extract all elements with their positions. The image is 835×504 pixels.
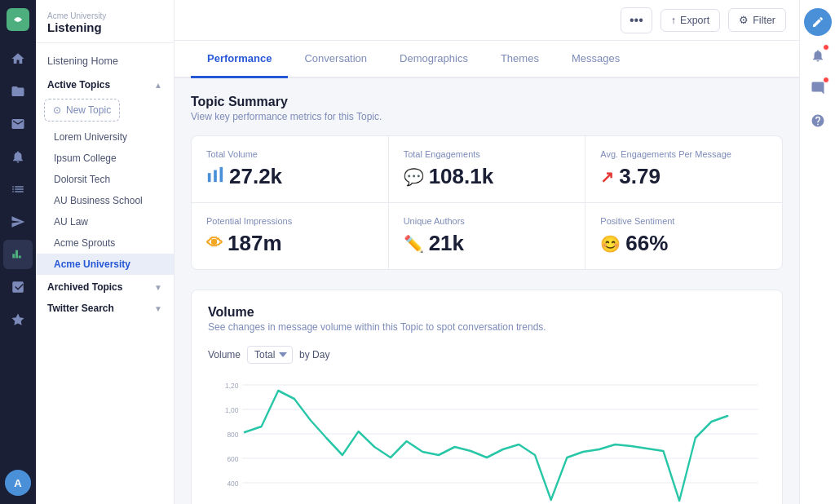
right-panel: [799, 0, 835, 504]
eye-icon: 👁: [206, 234, 223, 253]
comments-button[interactable]: [805, 75, 831, 101]
pencil-icon: ✏️: [404, 234, 424, 254]
metric-value-engagements: 💬 108.1k: [404, 164, 571, 189]
volume-label: Volume: [208, 349, 241, 360]
smile-icon: 😊: [600, 234, 621, 254]
nav-folder-icon[interactable]: [3, 77, 33, 106]
sidebar-item-acme-university[interactable]: Acme University: [36, 254, 174, 275]
topic-summary-subtitle: View key performance metrics for this To…: [191, 111, 783, 122]
tab-conversation[interactable]: Conversation: [288, 41, 383, 78]
comments-badge: [823, 77, 829, 83]
rail-bottom: A: [5, 470, 31, 504]
svg-text:400: 400: [227, 480, 238, 488]
metric-potential-impressions: Potential Impressions 👁 187m: [192, 203, 388, 269]
filter-button[interactable]: ⚙ Filter: [728, 8, 786, 32]
metrics-grid: Total Volume 27.2k Total Engagements 💬 1…: [191, 135, 783, 270]
metric-label-sentiment: Positive Sentiment: [600, 216, 767, 226]
volume-section: Volume See changes in message volume wit…: [191, 290, 783, 504]
nav-list-icon[interactable]: [3, 175, 33, 204]
tab-performance[interactable]: Performance: [191, 41, 288, 78]
notification-badge: [823, 44, 829, 51]
svg-text:800: 800: [227, 431, 238, 439]
metric-value-impressions: 👁 187m: [206, 231, 373, 256]
sidebar-title: Listening: [47, 20, 162, 34]
bubble-icon: 💬: [404, 167, 424, 187]
volume-select[interactable]: Total: [247, 346, 293, 364]
main-content: ••• ↑ Export ⚙ Filter Performance Conver…: [175, 0, 799, 504]
active-topics-chevron: ▲: [154, 81, 162, 90]
topics-list: Lorem University Ipsum College Dolorsit …: [36, 126, 174, 275]
nav-chart-icon[interactable]: [3, 272, 33, 302]
metric-label-total-volume: Total Volume: [206, 149, 373, 159]
nav-bell-icon[interactable]: [3, 142, 33, 171]
tab-demographics[interactable]: Demographics: [383, 41, 484, 78]
svg-text:1,20: 1,20: [225, 382, 239, 390]
metric-unique-authors: Unique Authors ✏️ 21k: [389, 203, 585, 269]
metric-value-total-volume: 27.2k: [206, 164, 373, 189]
tab-themes[interactable]: Themes: [484, 41, 555, 78]
active-topics-header[interactable]: Active Topics ▲: [36, 73, 174, 94]
archived-topics-chevron: ▼: [154, 283, 162, 292]
metric-label-engagements: Total Engagements: [404, 149, 571, 159]
metric-total-volume: Total Volume 27.2k: [192, 136, 388, 202]
volume-header: Volume See changes in message volume wit…: [208, 305, 766, 333]
compose-button[interactable]: [804, 8, 832, 36]
metric-value-sentiment: 😊 66%: [600, 231, 767, 256]
volume-chart: 1,20 1,00 800 600 400 200 0 1 2 3 4: [208, 377, 766, 504]
nav-star-icon[interactable]: [3, 305, 33, 334]
svg-rect-1: [214, 170, 217, 183]
nav-send-icon[interactable]: [3, 207, 33, 237]
sidebar-item-au-business-school[interactable]: AU Business School: [36, 190, 174, 211]
by-day-label: by Day: [299, 349, 329, 360]
tabs-bar: Performance Conversation Demographics Th…: [175, 41, 799, 78]
sidebar-item-lorem-university[interactable]: Lorem University: [36, 126, 174, 148]
icon-rail: A: [0, 0, 36, 504]
sidebar-item-acme-sprouts[interactable]: Acme Sprouts: [36, 232, 174, 254]
metric-positive-sentiment: Positive Sentiment 😊 66%: [585, 203, 782, 269]
metric-label-impressions: Potential Impressions: [206, 216, 373, 226]
tab-messages[interactable]: Messages: [555, 41, 636, 78]
metric-total-engagements: Total Engagements 💬 108.1k: [389, 136, 585, 202]
twitter-search-chevron: ▼: [154, 304, 162, 313]
nav-mail-icon[interactable]: [3, 109, 33, 139]
nav-home-icon[interactable]: [3, 44, 33, 73]
new-topic-button[interactable]: ⊙ New Topic: [44, 99, 120, 122]
sidebar-item-home[interactable]: Listening Home: [36, 50, 174, 73]
metric-avg-engagements: Avg. Engagements Per Message ↗ 3.79: [585, 136, 782, 202]
metric-value-authors: ✏️ 21k: [404, 231, 571, 256]
twitter-search-header[interactable]: Twitter Search ▼: [36, 296, 174, 317]
volume-subtitle: See changes in message volume within thi…: [208, 321, 766, 333]
sidebar-nav: Listening Home Active Topics ▲ ⊙ New Top…: [36, 43, 174, 324]
volume-title: Volume: [208, 305, 766, 320]
volume-controls: Volume Total by Day: [208, 346, 766, 364]
export-button[interactable]: ↑ Export: [660, 9, 720, 32]
content-area: Topic Summary View key performance metri…: [175, 78, 799, 504]
sidebar-header: Acme University Listening: [36, 0, 174, 43]
svg-text:1,00: 1,00: [225, 406, 239, 414]
sidebar: Acme University Listening Listening Home…: [36, 0, 175, 504]
chart-area: 1,20 1,00 800 600 400 200 0 1 2 3 4: [208, 377, 766, 504]
metric-label-authors: Unique Authors: [404, 216, 571, 226]
sidebar-item-dolorsit-tech[interactable]: Dolorsit Tech: [36, 169, 174, 190]
help-button[interactable]: [805, 108, 831, 134]
svg-text:600: 600: [227, 455, 238, 463]
new-topic-icon: ⊙: [53, 104, 61, 116]
sidebar-brand: Acme University: [47, 11, 162, 20]
svg-rect-2: [220, 167, 223, 182]
more-options-button[interactable]: •••: [621, 7, 652, 33]
svg-rect-0: [208, 173, 211, 182]
nav-analytics-icon[interactable]: [3, 240, 33, 269]
notifications-button[interactable]: [805, 42, 831, 69]
user-avatar[interactable]: A: [5, 470, 31, 496]
app-logo[interactable]: [7, 8, 29, 31]
arrow-up-icon: ↗: [600, 167, 614, 187]
sidebar-item-ipsum-college[interactable]: Ipsum College: [36, 148, 174, 169]
archived-topics-header[interactable]: Archived Topics ▼: [36, 275, 174, 296]
bars-icon: [206, 166, 224, 188]
metric-label-avg-eng: Avg. Engagements Per Message: [600, 149, 767, 159]
topbar: ••• ↑ Export ⚙ Filter: [175, 0, 799, 41]
filter-icon: ⚙: [739, 14, 749, 26]
topic-summary-title: Topic Summary: [191, 95, 783, 109]
sidebar-item-au-law[interactable]: AU Law: [36, 211, 174, 232]
metric-value-avg-eng: ↗ 3.79: [600, 164, 767, 189]
